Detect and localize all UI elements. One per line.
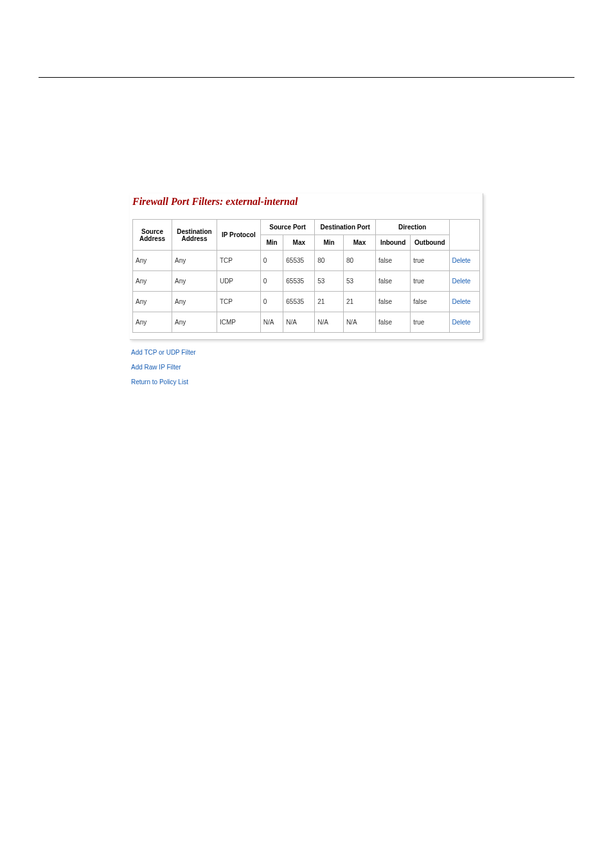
cell-inbound: false <box>376 292 411 312</box>
panel-title: Firewall Port Filters: external-internal <box>130 193 483 219</box>
th-src-min: Min <box>260 235 283 251</box>
cell-dmin: 21 <box>315 292 344 312</box>
delete-link[interactable]: Delete <box>449 292 479 312</box>
delete-link[interactable]: Delete <box>449 271 479 292</box>
th-inbound: Inbound <box>376 235 411 251</box>
cell-smax: 65535 <box>283 292 315 312</box>
cell-smax: N/A <box>283 312 315 333</box>
cell-inbound: false <box>376 251 411 271</box>
th-dst-max: Max <box>343 235 375 251</box>
cell-source: Any <box>133 271 172 292</box>
cell-dmax: 80 <box>343 251 375 271</box>
cell-source: Any <box>133 292 172 312</box>
action-links: Add TCP or UDP Filter Add Raw IP Filter … <box>130 349 483 385</box>
cell-dmax: 21 <box>343 292 375 312</box>
cell-inbound: false <box>376 271 411 292</box>
delete-link[interactable]: Delete <box>449 251 479 271</box>
cell-smax: 65535 <box>283 251 315 271</box>
cell-smax: 65535 <box>283 271 315 292</box>
cell-outbound: true <box>411 312 449 333</box>
th-source-port: Source Port <box>260 220 314 235</box>
cell-smin: 0 <box>260 271 283 292</box>
th-outbound: Outbound <box>411 235 449 251</box>
th-ip-protocol: IP Protocol <box>217 220 260 251</box>
cell-dmin: 80 <box>315 251 344 271</box>
return-to-policy-list-link[interactable]: Return to Policy List <box>131 378 483 385</box>
cell-smin: N/A <box>260 312 283 333</box>
th-destination-address: Destination Address <box>172 220 217 251</box>
th-source-address: Source Address <box>133 220 172 251</box>
table-row: Any Any TCP 0 65535 80 80 false true Del… <box>133 251 480 271</box>
th-action-blank <box>449 220 479 251</box>
cell-source: Any <box>133 251 172 271</box>
th-dst-min: Min <box>315 235 344 251</box>
cell-proto: ICMP <box>217 312 260 333</box>
cell-outbound: false <box>411 292 449 312</box>
cell-smin: 0 <box>260 292 283 312</box>
cell-dest: Any <box>172 271 217 292</box>
cell-dmax: N/A <box>343 312 375 333</box>
cell-outbound: true <box>411 271 449 292</box>
filters-table: Source Address Destination Address IP Pr… <box>132 219 480 333</box>
cell-dmin: 53 <box>315 271 344 292</box>
cell-dest: Any <box>172 312 217 333</box>
th-src-max: Max <box>283 235 315 251</box>
cell-proto: TCP <box>217 292 260 312</box>
firewall-filters-panel: Firewall Port Filters: external-internal… <box>130 193 483 340</box>
cell-smin: 0 <box>260 251 283 271</box>
cell-source: Any <box>133 312 172 333</box>
cell-dest: Any <box>172 292 217 312</box>
th-destination-port: Destination Port <box>315 220 376 235</box>
cell-inbound: false <box>376 312 411 333</box>
cell-proto: UDP <box>217 271 260 292</box>
cell-proto: TCP <box>217 251 260 271</box>
cell-dmin: N/A <box>315 312 344 333</box>
delete-link[interactable]: Delete <box>449 312 479 333</box>
table-row: Any Any UDP 0 65535 53 53 false true Del… <box>133 271 480 292</box>
add-tcp-udp-filter-link[interactable]: Add TCP or UDP Filter <box>131 349 483 356</box>
add-raw-ip-filter-link[interactable]: Add Raw IP Filter <box>131 364 483 371</box>
th-direction: Direction <box>376 220 449 235</box>
horizontal-rule <box>39 77 574 78</box>
table-row: Any Any TCP 0 65535 21 21 false false De… <box>133 292 480 312</box>
cell-dest: Any <box>172 251 217 271</box>
table-row: Any Any ICMP N/A N/A N/A N/A false true … <box>133 312 480 333</box>
cell-dmax: 53 <box>343 271 375 292</box>
cell-outbound: true <box>411 251 449 271</box>
